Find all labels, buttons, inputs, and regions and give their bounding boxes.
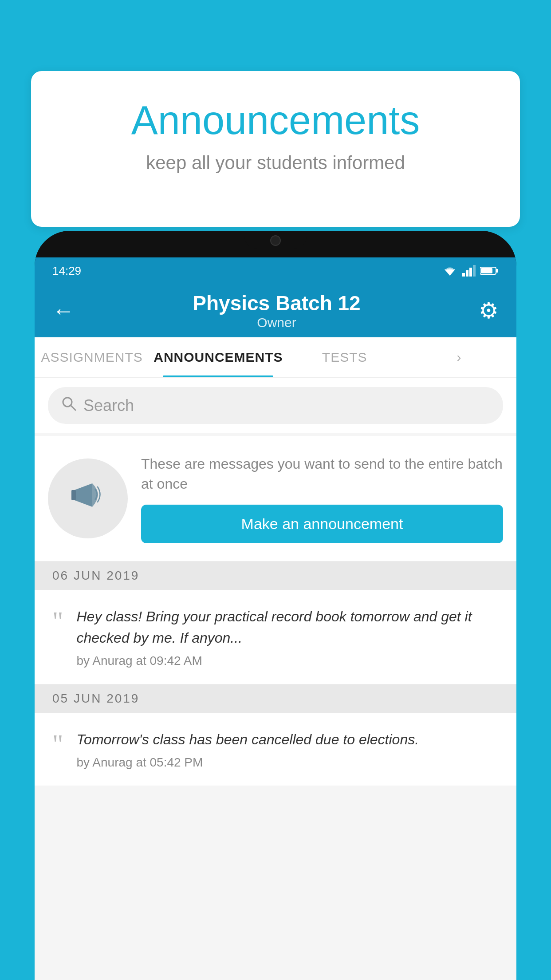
signal-icon: [462, 265, 476, 277]
status-bar: 14:29: [35, 257, 516, 284]
status-icons: [442, 265, 499, 277]
announcement-item-1[interactable]: " Hey class! Bring your practical record…: [35, 590, 516, 684]
phone-frame: 14:29 ← Physics Batch 12 Ow: [35, 231, 516, 980]
search-placeholder: Search: [83, 396, 134, 415]
header-center: Physics Batch 12 Owner: [193, 291, 360, 330]
search-icon: [61, 396, 76, 415]
megaphone-circle: [48, 458, 128, 538]
notch: [244, 231, 307, 249]
app-header: ← Physics Batch 12 Owner ⚙: [35, 284, 516, 337]
announcement-text-area: Hey class! Bring your practical record b…: [77, 606, 499, 668]
search-bar[interactable]: Search: [48, 387, 503, 424]
notch-area: [35, 231, 516, 257]
tab-more[interactable]: ›: [402, 337, 516, 377]
svg-line-11: [71, 406, 75, 410]
wifi-icon: [442, 265, 458, 277]
screen-content: Search: [35, 378, 516, 980]
prompt-description: These are messages you want to send to t…: [141, 454, 503, 494]
tabs-bar: ASSIGNMENTS ANNOUNCEMENTS TESTS ›: [35, 337, 516, 378]
user-role: Owner: [193, 315, 360, 330]
quote-icon-2: ": [52, 729, 63, 755]
battery-icon: [480, 266, 499, 276]
announcement-text: Hey class! Bring your practical record b…: [77, 606, 499, 648]
svg-marker-12: [75, 483, 92, 507]
prompt-right: These are messages you want to send to t…: [141, 454, 503, 543]
intro-section: Announcements keep all your students inf…: [31, 71, 520, 227]
svg-rect-8: [496, 269, 498, 273]
svg-rect-3: [462, 273, 465, 277]
svg-rect-5: [469, 268, 472, 277]
announcement-item-2[interactable]: " Tomorrow's class has been cancelled du…: [35, 713, 516, 786]
date-separator-1: 06 JUN 2019: [35, 561, 516, 590]
settings-icon[interactable]: ⚙: [479, 298, 499, 324]
svg-rect-13: [71, 490, 76, 500]
clock: 14:29: [52, 264, 81, 278]
announcement-meta-2: by Anurag at 05:42 PM: [77, 755, 499, 770]
announcement-text-2: Tomorrow's class has been cancelled due …: [77, 729, 499, 750]
announcement-prompt: These are messages you want to send to t…: [35, 436, 516, 561]
quote-icon: ": [52, 606, 63, 632]
batch-title: Physics Batch 12: [193, 291, 360, 315]
tab-assignments[interactable]: ASSIGNMENTS: [35, 337, 149, 377]
search-bar-container: Search: [35, 378, 516, 433]
speech-bubble: Announcements keep all your students inf…: [31, 71, 520, 227]
bubble-subtitle: keep all your students informed: [67, 152, 484, 174]
announcement-text-area-2: Tomorrow's class has been cancelled due …: [77, 729, 499, 770]
announcement-meta: by Anurag at 09:42 AM: [77, 654, 499, 668]
tab-tests[interactable]: TESTS: [287, 337, 402, 377]
back-button[interactable]: ←: [52, 298, 75, 324]
front-camera: [270, 235, 281, 246]
megaphone-icon: [68, 474, 108, 523]
svg-rect-4: [466, 270, 468, 277]
make-announcement-button[interactable]: Make an announcement: [141, 505, 503, 543]
svg-rect-6: [473, 265, 476, 277]
svg-rect-9: [481, 268, 492, 273]
tab-announcements[interactable]: ANNOUNCEMENTS: [149, 337, 287, 377]
date-separator-2: 05 JUN 2019: [35, 684, 516, 713]
bubble-title: Announcements: [67, 98, 484, 143]
